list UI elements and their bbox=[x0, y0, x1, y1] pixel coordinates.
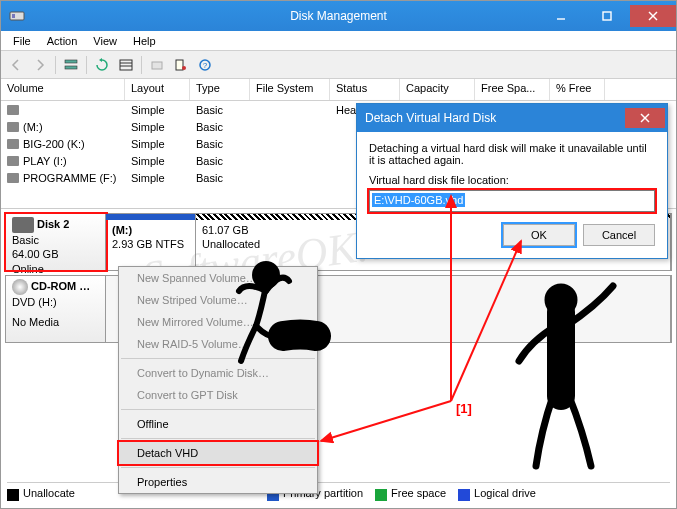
dialog-body-text: Detaching a virtual hard disk will make … bbox=[369, 142, 655, 166]
ctx-detach-vhd[interactable]: Detach VHD bbox=[119, 442, 317, 464]
detach-vhd-dialog: Detach Virtual Hard Disk Detaching a vir… bbox=[356, 103, 668, 259]
window-titlebar: Disk Management bbox=[1, 1, 676, 31]
toolbar: ? bbox=[1, 51, 676, 79]
partition-m[interactable]: (M:)2.93 GB NTFS bbox=[106, 214, 196, 270]
drive-icon bbox=[7, 122, 19, 132]
col-layout[interactable]: Layout bbox=[125, 79, 190, 100]
svg-text:?: ? bbox=[203, 61, 208, 70]
stick-figure-1 bbox=[211, 251, 341, 371]
cd-icon bbox=[12, 279, 28, 295]
svg-line-22 bbox=[321, 401, 451, 441]
forward-button[interactable] bbox=[29, 54, 51, 76]
toolbar-list-icon[interactable] bbox=[115, 54, 137, 76]
col-freespace[interactable]: Free Spa... bbox=[475, 79, 550, 100]
ctx-offline[interactable]: Offline bbox=[119, 413, 317, 435]
disk-icon bbox=[12, 217, 34, 233]
drive-icon bbox=[7, 139, 19, 149]
col-type[interactable]: Type bbox=[190, 79, 250, 100]
callout-1: [1] bbox=[456, 401, 472, 416]
dialog-close-button[interactable] bbox=[625, 108, 665, 128]
toolbar-view-icon[interactable] bbox=[60, 54, 82, 76]
svg-rect-1 bbox=[12, 14, 15, 18]
ctx-convert-gpt: Convert to GPT Disk bbox=[119, 384, 317, 406]
col-pctfree[interactable]: % Free bbox=[550, 79, 605, 100]
dialog-field-label: Virtual hard disk file location: bbox=[369, 174, 655, 186]
svg-rect-8 bbox=[120, 60, 132, 70]
ok-button[interactable]: OK bbox=[503, 224, 575, 246]
drive-icon bbox=[7, 173, 19, 183]
volume-list-header: Volume Layout Type File System Status Ca… bbox=[1, 79, 676, 101]
svg-rect-11 bbox=[152, 62, 162, 69]
window-close-button[interactable] bbox=[630, 5, 676, 27]
menu-view[interactable]: View bbox=[85, 33, 125, 49]
toolbar-properties-icon[interactable] bbox=[170, 54, 192, 76]
legend: Unallocate Primary partition Free space … bbox=[7, 482, 670, 502]
menu-bar: File Action View Help bbox=[1, 31, 676, 51]
col-capacity[interactable]: Capacity bbox=[400, 79, 475, 100]
col-volume[interactable]: Volume bbox=[1, 79, 125, 100]
dialog-titlebar: Detach Virtual Hard Disk bbox=[357, 104, 667, 132]
toolbar-action-icon[interactable] bbox=[146, 54, 168, 76]
col-filesystem[interactable]: File System bbox=[250, 79, 330, 100]
swatch-unallocated bbox=[7, 489, 19, 501]
help-button[interactable]: ? bbox=[194, 54, 216, 76]
ctx-properties[interactable]: Properties bbox=[119, 471, 317, 493]
stick-figure-2 bbox=[501, 276, 641, 476]
svg-rect-3 bbox=[603, 12, 611, 20]
vhd-path-input[interactable]: E:\VHD-60GB.vhd bbox=[369, 190, 655, 212]
svg-rect-7 bbox=[65, 66, 77, 69]
menu-action[interactable]: Action bbox=[39, 33, 86, 49]
svg-rect-6 bbox=[65, 60, 77, 63]
cdrom-label[interactable]: CD-ROM … DVD (H:) No Media bbox=[6, 276, 106, 342]
drive-icon bbox=[7, 105, 19, 115]
drive-icon bbox=[7, 156, 19, 166]
svg-rect-12 bbox=[176, 60, 183, 70]
window-maximize-button[interactable] bbox=[584, 5, 630, 27]
swatch-freespace bbox=[375, 489, 387, 501]
menu-help[interactable]: Help bbox=[125, 33, 164, 49]
disk2-label[interactable]: Disk 2 Basic 64.00 GB Online bbox=[6, 214, 106, 270]
swatch-logical bbox=[458, 489, 470, 501]
svg-point-13 bbox=[182, 66, 186, 70]
menu-file[interactable]: File bbox=[5, 33, 39, 49]
window-minimize-button[interactable] bbox=[538, 5, 584, 27]
app-icon bbox=[9, 8, 25, 24]
dialog-title: Detach Virtual Hard Disk bbox=[365, 111, 496, 125]
col-status[interactable]: Status bbox=[330, 79, 400, 100]
cancel-button[interactable]: Cancel bbox=[583, 224, 655, 246]
back-button[interactable] bbox=[5, 54, 27, 76]
refresh-button[interactable] bbox=[91, 54, 113, 76]
